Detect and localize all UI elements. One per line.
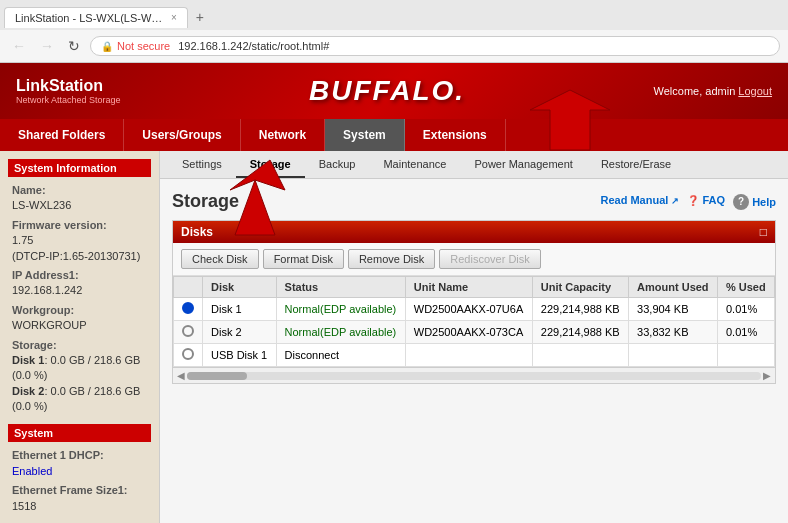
new-tab-button[interactable]: + <box>188 9 212 25</box>
sidebar-system-info-title: System Information <box>8 159 151 177</box>
sidebar-ethernet-label: Ethernet 1 DHCP: <box>12 449 104 461</box>
col-disk: Disk <box>203 277 277 298</box>
help-icon: ? <box>733 194 749 210</box>
remove-disk-button[interactable]: Remove Disk <box>348 249 435 269</box>
help-link[interactable]: ? Help <box>733 194 776 210</box>
sidebar-workgroup-value: WORKGROUP <box>12 319 87 331</box>
disk-status: Disconnect <box>276 344 405 367</box>
address-text: 192.168.1.242/static/root.html# <box>178 40 329 52</box>
subnav-maintenance[interactable]: Maintenance <box>369 151 460 178</box>
nav-shared-folders[interactable]: Shared Folders <box>0 119 124 151</box>
sidebar-ip-label: IP Address1: <box>12 269 79 281</box>
col-amount-used: Amount Used <box>629 277 718 298</box>
percent-used: 0.01% <box>717 321 774 344</box>
sidebar: System Information Name: LS-WXL236 Firmw… <box>0 151 160 523</box>
nav-users-groups[interactable]: Users/Groups <box>124 119 240 151</box>
check-disk-button[interactable]: Check Disk <box>181 249 259 269</box>
rediscover-disk-button[interactable]: Rediscover Disk <box>439 249 540 269</box>
nav-system[interactable]: System <box>325 119 405 151</box>
nav-extensions[interactable]: Extensions <box>405 119 506 151</box>
address-input[interactable]: 🔒 Not secure 192.168.1.242/static/root.h… <box>90 36 780 56</box>
app: LinkStation Network Attached Storage BUF… <box>0 63 788 523</box>
sidebar-ethernet: Ethernet 1 DHCP: Enabled <box>8 446 151 481</box>
amount-used <box>629 344 718 367</box>
disks-title: Disks <box>181 225 213 239</box>
amount-used: 33,832 KB <box>629 321 718 344</box>
disk-name: USB Disk 1 <box>203 344 277 367</box>
sidebar-workgroup-label: Workgroup: <box>12 304 74 316</box>
radio-button[interactable] <box>182 302 194 314</box>
disks-table: Disk Status Unit Name Unit Capacity Amou… <box>173 276 775 367</box>
radio-cell[interactable] <box>174 344 203 367</box>
horizontal-scrollbar-track[interactable] <box>187 372 761 380</box>
disks-toolbar: Check Disk Format Disk Remove Disk Redis… <box>173 243 775 276</box>
disks-section: Disks □ Check Disk Format Disk Remove Di… <box>172 220 776 384</box>
sidebar-system-section: System Ethernet 1 DHCP: Enabled Ethernet… <box>8 424 151 516</box>
subnav-settings[interactable]: Settings <box>168 151 236 178</box>
amount-used: 33,904 KB <box>629 298 718 321</box>
reload-button[interactable]: ↻ <box>64 36 84 56</box>
logo-title: LinkStation <box>16 77 121 95</box>
table-header-row: Disk Status Unit Name Unit Capacity Amou… <box>174 277 775 298</box>
main-content: Settings Storage Backup Maintenance Powe… <box>160 151 788 523</box>
forward-button[interactable]: → <box>36 36 58 56</box>
welcome-text: Welcome, admin <box>654 85 739 97</box>
horizontal-scrollbar-thumb[interactable] <box>187 372 247 380</box>
help-text: Help <box>752 195 776 207</box>
sidebar-frame-label: Ethernet Frame Size1: <box>12 484 128 496</box>
tab-title: LinkStation - LS-WXL(LS-WXL23... <box>15 12 165 24</box>
sub-navigation: Settings Storage Backup Maintenance Powe… <box>160 151 788 179</box>
sidebar-ethernet-value: Enabled <box>12 465 52 477</box>
logo-section: LinkStation Network Attached Storage <box>16 77 121 105</box>
unit-capacity <box>532 344 628 367</box>
sidebar-name-label: Name: <box>12 184 46 196</box>
header-center: BUFFALO. <box>121 75 654 107</box>
format-disk-button[interactable]: Format Disk <box>263 249 344 269</box>
active-tab[interactable]: LinkStation - LS-WXL(LS-WXL23... × <box>4 7 188 28</box>
browser-chrome: LinkStation - LS-WXL(LS-WXL23... × + ← →… <box>0 0 788 63</box>
tab-close-button[interactable]: × <box>171 12 177 23</box>
unit-name <box>405 344 532 367</box>
sidebar-firmware: Firmware version: 1.75 (DTCP-IP:1.65-201… <box>8 216 151 266</box>
disks-table-scroll: Disk Status Unit Name Unit Capacity Amou… <box>173 276 775 367</box>
sidebar-ip: IP Address1: 192.168.1.242 <box>8 266 151 301</box>
logo-subtitle: Network Attached Storage <box>16 95 121 105</box>
read-manual-link[interactable]: Read Manual ↗ <box>600 194 679 210</box>
sidebar-system-title: System <box>8 424 151 442</box>
scroll-left-icon: ◀ <box>177 370 185 381</box>
external-link-icon: ↗ <box>671 196 679 206</box>
radio-cell[interactable] <box>174 298 203 321</box>
minimize-button[interactable]: □ <box>760 225 767 239</box>
security-icon: 🔒 <box>101 41 113 52</box>
address-bar: ← → ↻ 🔒 Not secure 192.168.1.242/static/… <box>0 30 788 62</box>
sidebar-disk2-label: Disk 2 <box>12 385 44 397</box>
faq-text: FAQ <box>702 194 725 206</box>
page-title: Storage <box>172 191 239 212</box>
nav-network[interactable]: Network <box>241 119 325 151</box>
unit-name: WD2500AAKX-073CA <box>405 321 532 344</box>
sidebar-frame-size: Ethernet Frame Size1: 1518 <box>8 481 151 516</box>
back-button[interactable]: ← <box>8 36 30 56</box>
subnav-storage[interactable]: Storage <box>236 151 305 178</box>
sidebar-storage: Storage: Disk 1: 0.0 GB / 218.6 GB (0.0 … <box>8 336 151 417</box>
percent-used: 0.01% <box>717 298 774 321</box>
page-title-bar: Storage Read Manual ↗ ❓ FAQ ? Help <box>172 191 776 212</box>
col-percent-used: % Used <box>717 277 774 298</box>
buffalo-logo: BUFFALO. <box>309 75 465 107</box>
unit-capacity: 229,214,988 KB <box>532 321 628 344</box>
faq-link[interactable]: ❓ FAQ <box>687 194 725 210</box>
logout-button[interactable]: Logout <box>738 85 772 97</box>
disk-status: Normal(EDP available) <box>276 321 405 344</box>
radio-button[interactable] <box>182 348 194 360</box>
sidebar-firmware-sub: (DTCP-IP:1.65-20130731) <box>12 250 140 262</box>
sidebar-workgroup: Workgroup: WORKGROUP <box>8 301 151 336</box>
col-status: Status <box>276 277 405 298</box>
subnav-backup[interactable]: Backup <box>305 151 370 178</box>
subnav-restore-erase[interactable]: Restore/Erase <box>587 151 685 178</box>
faq-icon: ❓ <box>687 195 699 206</box>
radio-cell[interactable] <box>174 321 203 344</box>
subnav-power-management[interactable]: Power Management <box>460 151 586 178</box>
radio-button[interactable] <box>182 325 194 337</box>
col-unit-name: Unit Name <box>405 277 532 298</box>
sidebar-ip-value: 192.168.1.242 <box>12 284 82 296</box>
